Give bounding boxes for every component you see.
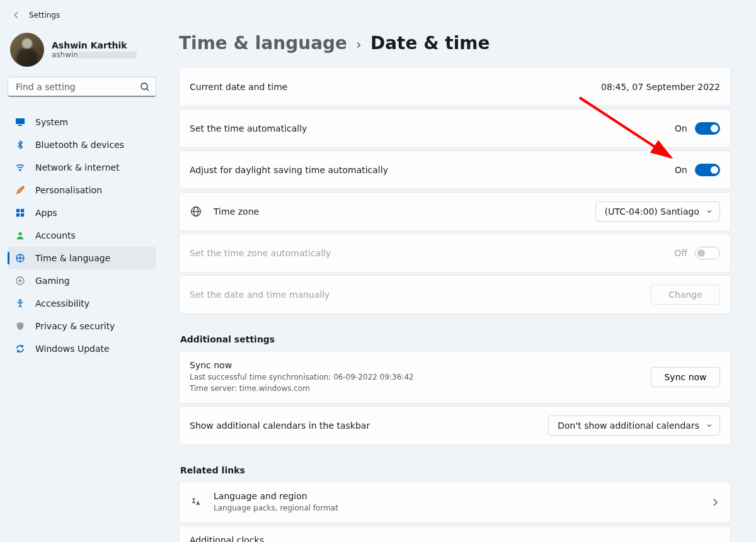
search-input[interactable] bbox=[8, 77, 156, 97]
auto-time-toggle[interactable] bbox=[695, 122, 720, 135]
svg-rect-4 bbox=[16, 209, 20, 212]
nav-label: Apps bbox=[35, 208, 57, 218]
bluetooth-icon bbox=[15, 140, 25, 150]
back-button[interactable] bbox=[9, 8, 24, 23]
nav-bluetooth[interactable]: Bluetooth & devices bbox=[8, 133, 156, 156]
row-current-datetime: Current date and time 08:45, 07 Septembe… bbox=[190, 68, 720, 106]
refresh-icon bbox=[15, 344, 25, 354]
svg-rect-7 bbox=[21, 213, 24, 217]
nav-gaming[interactable]: Gaming bbox=[8, 269, 156, 292]
section-related-title: Related links bbox=[180, 465, 731, 475]
toggle-state: On bbox=[675, 123, 687, 133]
svg-rect-5 bbox=[21, 209, 24, 212]
globe-icon bbox=[190, 205, 202, 218]
app-title: Settings bbox=[29, 11, 60, 20]
nav-label: Windows Update bbox=[35, 344, 110, 354]
link-additional-clocks[interactable]: Additional clocks Clocks for different t… bbox=[190, 526, 720, 542]
row-label: Current date and time bbox=[190, 82, 601, 92]
accessibility-icon bbox=[15, 298, 25, 308]
dst-toggle[interactable] bbox=[695, 164, 720, 176]
chevron-right-icon bbox=[710, 497, 720, 507]
svg-point-11 bbox=[19, 300, 21, 302]
row-label: Set the time automatically bbox=[190, 123, 675, 133]
breadcrumb-parent[interactable]: Time & language bbox=[179, 33, 347, 54]
breadcrumb: Time & language › Date & time bbox=[179, 33, 731, 54]
nav-label: Time & language bbox=[35, 253, 110, 263]
svg-point-3 bbox=[20, 169, 21, 171]
row-additional-calendars: Show additional calendars in the taskbar… bbox=[190, 407, 720, 444]
wifi-icon bbox=[15, 162, 25, 172]
row-timezone: Time zone (UTC-04:00) Santiago bbox=[190, 193, 720, 230]
profile-block[interactable]: Ashwin Karthik ashwin bbox=[8, 31, 156, 77]
nav-label: Network & internet bbox=[35, 162, 120, 172]
svg-point-0 bbox=[141, 83, 147, 89]
dropdown-value: Don't show additional calendars bbox=[558, 421, 699, 431]
profile-email: ashwin bbox=[52, 50, 137, 59]
toggle-state: On bbox=[675, 165, 687, 175]
row-label: Time zone bbox=[214, 206, 595, 217]
nav-accessibility[interactable]: Accessibility bbox=[8, 292, 156, 315]
nav-label: Gaming bbox=[35, 276, 70, 286]
svg-rect-1 bbox=[16, 118, 25, 124]
sync-server: Time server: time.windows.com bbox=[190, 383, 651, 394]
main-content: Time & language › Date & time Current da… bbox=[164, 30, 756, 542]
chevron-down-icon bbox=[706, 422, 713, 429]
person-icon bbox=[15, 230, 25, 240]
section-additional-title: Additional settings bbox=[180, 334, 731, 344]
dropdown-value: (UTC-04:00) Santiago bbox=[605, 206, 699, 217]
page-title: Date & time bbox=[370, 33, 490, 54]
nav-label: Accessibility bbox=[35, 298, 89, 308]
monitor-icon bbox=[15, 117, 25, 127]
breadcrumb-separator: › bbox=[356, 37, 362, 52]
nav-apps[interactable]: Apps bbox=[8, 201, 156, 224]
link-language-region[interactable]: Language and region Language packs, regi… bbox=[190, 482, 720, 522]
nav-update[interactable]: Windows Update bbox=[8, 337, 156, 360]
nav-network[interactable]: Network & internet bbox=[8, 156, 156, 179]
nav-label: Bluetooth & devices bbox=[35, 140, 124, 150]
svg-rect-2 bbox=[18, 125, 22, 126]
nav-label: Personalisation bbox=[35, 185, 102, 195]
toggle-state: Off bbox=[674, 248, 687, 258]
avatar bbox=[10, 33, 44, 67]
row-manual-datetime: Set the date and time manually Change bbox=[190, 276, 720, 313]
calendars-dropdown[interactable]: Don't show additional calendars bbox=[548, 415, 720, 436]
row-auto-time: Set the time automatically On bbox=[190, 110, 720, 147]
grid-icon bbox=[15, 208, 25, 218]
redacted-email bbox=[79, 52, 137, 59]
nav-system[interactable]: System bbox=[8, 111, 156, 133]
brush-icon bbox=[15, 185, 25, 195]
svg-rect-6 bbox=[16, 213, 20, 217]
sync-last: Last successful time synchronisation: 06… bbox=[190, 371, 651, 383]
sidebar: Ashwin Karthik ashwin System Bluetooth &… bbox=[0, 30, 164, 542]
nav-personalisation[interactable]: Personalisation bbox=[8, 179, 156, 201]
row-label: Set the date and time manually bbox=[190, 290, 651, 300]
language-icon bbox=[190, 496, 202, 509]
game-icon bbox=[15, 276, 25, 286]
arrow-left-icon bbox=[12, 11, 21, 20]
change-button: Change bbox=[651, 285, 720, 305]
row-sync: Sync now Last successful time synchronis… bbox=[190, 351, 720, 403]
row-label: Show additional calendars in the taskbar bbox=[190, 421, 548, 431]
globe-clock-icon bbox=[15, 253, 25, 263]
link-title: Language and region bbox=[214, 491, 710, 501]
row-label: Adjust for daylight saving time automati… bbox=[190, 165, 675, 175]
nav-privacy[interactable]: Privacy & security bbox=[8, 315, 156, 337]
nav-time-language[interactable]: Time & language bbox=[8, 247, 156, 269]
nav-label: Accounts bbox=[35, 230, 76, 240]
nav-label: System bbox=[35, 117, 68, 127]
row-auto-timezone: Set the time zone automatically Off bbox=[190, 234, 720, 272]
profile-name: Ashwin Karthik bbox=[52, 40, 137, 50]
shield-icon bbox=[15, 321, 25, 331]
nav-accounts[interactable]: Accounts bbox=[8, 224, 156, 247]
svg-point-8 bbox=[18, 232, 21, 235]
row-dst: Adjust for daylight saving time automati… bbox=[190, 151, 720, 189]
nav-label: Privacy & security bbox=[35, 321, 115, 331]
current-datetime-value: 08:45, 07 September 2022 bbox=[601, 82, 720, 92]
link-sub: Language packs, regional format bbox=[214, 502, 710, 514]
timezone-dropdown[interactable]: (UTC-04:00) Santiago bbox=[595, 201, 720, 222]
sync-button[interactable]: Sync now bbox=[651, 367, 720, 387]
row-label: Set the time zone automatically bbox=[190, 248, 674, 258]
row-label: Sync now bbox=[190, 360, 651, 370]
link-title: Additional clocks bbox=[190, 535, 711, 542]
search-icon bbox=[140, 82, 150, 92]
